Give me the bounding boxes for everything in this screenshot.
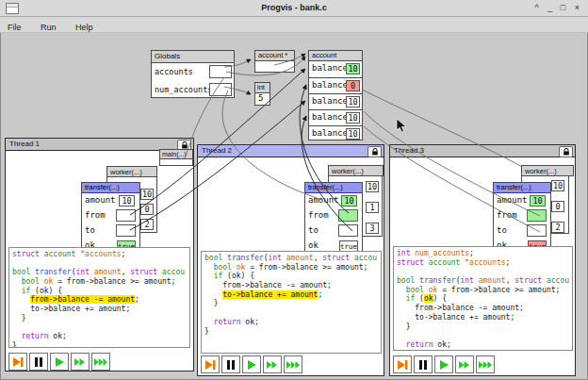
minimize-button[interactable]: _ — [544, 2, 556, 14]
code-view: bool transfer(int amount, struct accou b… — [201, 251, 382, 354]
run-to-next-button[interactable] — [201, 355, 220, 373]
menu-run[interactable]: Run — [33, 21, 64, 32]
pause-button[interactable] — [29, 353, 48, 371]
fastest-forward-icon — [479, 358, 492, 372]
balance-value: 10 — [346, 112, 360, 124]
play-icon — [245, 358, 258, 372]
balance-row: balance 10 — [309, 125, 362, 141]
local-from: from — [82, 208, 139, 223]
frame-worker: worker(...) — [106, 166, 157, 177]
worker-value: 1 — [366, 202, 379, 213]
pause-icon — [416, 358, 430, 372]
play-button[interactable] — [242, 355, 261, 373]
int-box[interactable]: int 5 — [254, 82, 270, 106]
account-array-box[interactable]: account balance 10 balance 0 balance 10 … — [308, 50, 363, 140]
worker-value: 3 — [366, 223, 379, 234]
shade-button[interactable]: ^ — [531, 2, 543, 14]
local-amount: amount 10 — [82, 193, 139, 208]
skip-to-next-icon — [396, 358, 409, 372]
from-pointer-cell — [116, 209, 136, 222]
close-button[interactable]: × — [571, 2, 583, 14]
play-button[interactable] — [50, 353, 69, 371]
global-row-accounts: accounts — [152, 63, 234, 81]
skip-to-next-icon — [11, 355, 24, 369]
pause-button[interactable] — [414, 355, 433, 373]
thread-3-panel: Thread 3 worker(...) 10 0 2 transfer(...… — [389, 144, 576, 376]
account-pointer-cell — [255, 61, 294, 72]
worker-value: 10 — [366, 181, 379, 192]
amount-value: 10 — [119, 195, 135, 207]
balance-row: balance 10 — [309, 109, 362, 125]
accounts-pointer-cell — [209, 65, 232, 78]
playback-bar — [201, 355, 302, 373]
frame-transfer: transfer(...) amount 10 from to ok true — [304, 182, 363, 253]
pause-icon — [32, 355, 45, 369]
local-amount: amount 10 — [305, 193, 362, 208]
worker-value: 2 — [140, 219, 154, 230]
menu-help[interactable]: Help — [68, 21, 101, 32]
local-from: from — [494, 208, 550, 223]
menu-file[interactable]: File — [0, 21, 29, 32]
code-view: struct account *accounts;bool transfer(i… — [8, 247, 190, 348]
int-title: int — [255, 83, 270, 93]
local-to: to — [82, 223, 139, 239]
padlock-icon — [181, 141, 188, 149]
fastest-forward-icon — [94, 355, 107, 369]
fast-forward-icon — [266, 358, 279, 372]
thread-2-titlebar[interactable]: Thread 2 — [198, 145, 384, 157]
fast-forward-icon — [458, 358, 471, 372]
run-to-next-button[interactable] — [8, 353, 27, 371]
play-fastest-button[interactable] — [91, 353, 110, 371]
maximize-button[interactable]: □ — [557, 2, 569, 14]
window-titlebar[interactable]: Progvis - bank.c ^ _ □ × — [0, 0, 588, 17]
thread-1-panel: Thread 1 main(...) worker(...) 10 0 2 tr… — [5, 138, 194, 372]
play-fast-button[interactable] — [263, 355, 282, 373]
playback-bar — [8, 353, 110, 371]
play-fast-button[interactable] — [71, 353, 90, 371]
play-fastest-button[interactable] — [284, 355, 302, 373]
local-to: to — [494, 223, 550, 239]
padlock-icon — [563, 148, 570, 156]
frame-worker: worker(...) — [328, 165, 384, 176]
num-accounts-pointer-cell — [209, 83, 232, 96]
skip-to-next-icon — [204, 358, 217, 372]
lock-button[interactable] — [559, 146, 573, 157]
int-value: 5 — [255, 93, 270, 105]
from-pointer-cell — [527, 209, 547, 222]
frame-transfer: transfer(...) amount 10 from to ok true — [81, 182, 140, 253]
run-to-next-button[interactable] — [393, 355, 412, 373]
worker-value: 0 — [140, 204, 154, 215]
worker-value: 2 — [551, 222, 564, 233]
account-pointer-box[interactable]: account * — [254, 50, 295, 73]
play-button[interactable] — [434, 355, 453, 373]
worker-value: 10 — [140, 189, 154, 200]
play-fast-button[interactable] — [455, 355, 474, 373]
to-pointer-cell — [338, 224, 358, 237]
fast-forward-icon — [74, 355, 87, 369]
balance-value: 0 — [346, 80, 360, 91]
playback-bar — [393, 355, 495, 373]
globals-title: Globals — [152, 51, 234, 63]
padlock-icon — [371, 148, 379, 156]
lock-button[interactable] — [368, 146, 382, 157]
menubar: File Run Help — [0, 17, 588, 33]
local-to: to — [305, 223, 362, 239]
window-title: Progvis - bank.c — [0, 3, 588, 12]
account-pointer-title: account * — [255, 51, 294, 61]
thread-2-title: Thread 2 — [202, 146, 232, 155]
balance-row: balance 10 — [309, 61, 362, 77]
globals-box[interactable]: Globals accounts num_accounts — [151, 50, 235, 98]
play-fastest-button[interactable] — [476, 355, 495, 373]
worker-value: 0 — [551, 201, 564, 212]
frame-worker: worker(...) — [521, 165, 574, 176]
thread-3-titlebar[interactable]: Thread 3 — [390, 145, 575, 157]
global-row-num-accounts: num_accounts — [152, 81, 234, 99]
pause-button[interactable] — [221, 355, 240, 373]
play-icon — [437, 358, 450, 372]
fastest-forward-icon — [286, 358, 300, 372]
account-array-title: account — [309, 51, 362, 61]
balance-row: balance 0 — [309, 77, 362, 93]
local-amount: amount 10 — [494, 193, 550, 208]
to-pointer-cell — [527, 224, 547, 237]
frame-main: main(...) — [159, 149, 193, 166]
